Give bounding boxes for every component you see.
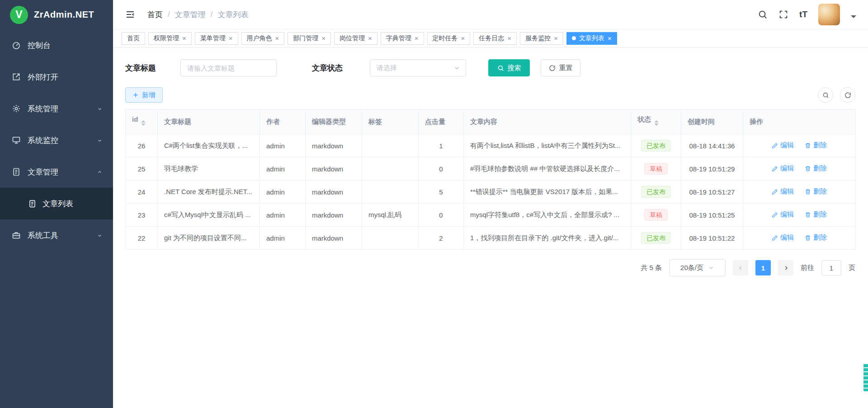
search-icon [497,65,504,71]
tab-menu-management[interactable]: 菜单管理× [195,32,238,45]
topbar-actions: tT [758,4,856,25]
close-icon[interactable]: × [321,35,326,42]
close-icon[interactable]: × [182,35,186,42]
column-header-tags: 标签 [362,109,419,134]
sidebar-item-article-management[interactable]: 文章管理 [0,156,113,188]
font-size-icon[interactable]: tT [799,9,807,19]
pagination: 共 5 条 20条/页 1 前往 页 [125,259,855,276]
article-status-select[interactable]: 请选择 [370,59,466,76]
sidebar-item-system-monitor[interactable]: 系统监控 [0,124,113,156]
tab-label: 定时任务 [433,34,458,43]
tab-department-management[interactable]: 部门管理× [288,32,331,45]
column-header-status[interactable]: 状态 [631,109,681,134]
tab-user-role[interactable]: 用户角色× [241,32,285,45]
chevron-up-icon [96,169,103,176]
tab-label: 菜单管理 [200,34,226,43]
tab-dict-management[interactable]: 字典管理× [381,32,424,45]
sidebar-item-dashboard[interactable]: 控制台 [0,29,113,61]
tab-label: 部门管理 [293,34,318,43]
fullscreen-icon[interactable] [778,9,788,19]
toggle-search-button[interactable] [818,87,833,103]
breadcrumb-article-management[interactable]: 文章管理 [175,9,206,20]
close-icon[interactable]: × [229,35,233,42]
cell-editor: markdown [306,134,362,157]
close-icon[interactable]: × [275,35,279,42]
search-icon[interactable] [758,9,768,19]
tab-service-monitor[interactable]: 服务监控× [520,32,563,45]
pencil-icon [772,189,778,195]
edit-button[interactable]: 编辑 [772,164,794,173]
edit-button[interactable]: 编辑 [772,233,794,242]
cell-actions: 编辑 删除 [743,227,856,250]
close-icon[interactable]: × [415,35,419,42]
cell-content: #羽毛球拍参数说明 ## 中管软硬选择以及长度介... [464,157,631,180]
column-label: 文章标题 [164,118,191,125]
breadcrumb-home[interactable]: 首页 [147,9,163,20]
delete-button[interactable]: 删除 [805,233,827,242]
edit-button[interactable]: 编辑 [772,210,794,219]
cell-id: 23 [126,204,158,227]
page-size-select[interactable]: 20条/页 [669,259,726,276]
chevron-down-icon [96,105,103,112]
column-header-editor: 编辑器类型 [306,109,362,134]
sidebar-item-system-tools[interactable]: 系统工具 [0,219,113,251]
edit-button[interactable]: 编辑 [772,141,794,150]
cell-tags [362,180,419,204]
close-icon[interactable]: × [461,35,465,42]
sidebar-subitem-article-list[interactable]: 文章列表 [0,188,113,219]
pencil-icon [772,166,778,172]
delete-button[interactable]: 删除 [805,187,827,196]
refresh-table-button[interactable] [840,87,855,103]
cell-editor: markdown [306,180,362,204]
tab-article-list-active[interactable]: 文章列表× [566,32,617,45]
cell-author: admin [260,157,306,180]
user-avatar[interactable] [818,4,840,25]
goto-page-input[interactable] [821,260,841,275]
user-menu-caret-icon[interactable] [851,15,856,21]
dashboard-icon [12,41,21,50]
close-icon[interactable]: × [554,35,558,42]
floating-widget[interactable] [863,363,868,391]
tab-task-log[interactable]: 任务日志× [473,32,517,45]
chevron-down-icon [453,65,460,71]
sidebar-item-external-open[interactable]: 外部打开 [0,61,113,93]
cell-created: 08-18 14:41:36 [681,134,743,157]
sort-icon[interactable] [654,118,659,128]
close-icon[interactable]: × [507,35,511,42]
column-header-content: 文章内容 [464,109,631,134]
reset-button[interactable]: 重置 [541,59,580,76]
close-icon[interactable]: × [608,35,612,42]
close-icon[interactable]: × [368,35,372,42]
next-page-button[interactable] [778,260,793,275]
current-page-button[interactable]: 1 [755,260,771,275]
tab-home[interactable]: 首页 [122,32,145,45]
sort-icon[interactable] [141,118,146,128]
prev-page-button[interactable] [733,260,748,275]
sidebar-menu: 控制台 外部打开 系统管理 系统监控 文章管理 [0,29,113,251]
tab-permission-management[interactable]: 权限管理× [148,32,192,45]
column-header-id[interactable]: id [126,109,158,134]
sidebar-item-label: 系统监控 [28,135,58,146]
cell-actions: 编辑 删除 [743,157,856,180]
delete-button[interactable]: 删除 [805,210,827,219]
filter-form: 文章标题 文章状态 请选择 搜索 重置 [125,59,855,76]
search-button[interactable]: 搜索 [488,59,530,76]
tab-post-management[interactable]: 岗位管理× [334,32,377,45]
delete-button[interactable]: 删除 [805,164,827,173]
cell-actions: 编辑 删除 [743,134,856,157]
sidebar-item-system-management[interactable]: 系统管理 [0,93,113,124]
collapse-sidebar-icon[interactable] [125,9,136,20]
column-label: 创建时间 [688,118,715,125]
add-button[interactable]: 新增 [125,87,163,103]
chevron-down-icon [96,137,103,144]
cell-actions: 编辑 删除 [743,180,856,204]
edit-button[interactable]: 编辑 [772,187,794,196]
articles-table: id 文章标题 作者 编辑器类型 标签 点击量 文章内容 状态 创建时间 操作 [125,109,855,250]
tab-scheduled-tasks[interactable]: 定时任务× [427,32,471,45]
delete-button[interactable]: 删除 [805,141,827,150]
goto-label: 前往 [801,264,814,272]
cell-status: 草稿 [631,157,681,180]
column-label: 作者 [266,118,280,125]
article-title-input[interactable] [180,59,277,76]
cell-hits: 0 [419,157,464,180]
